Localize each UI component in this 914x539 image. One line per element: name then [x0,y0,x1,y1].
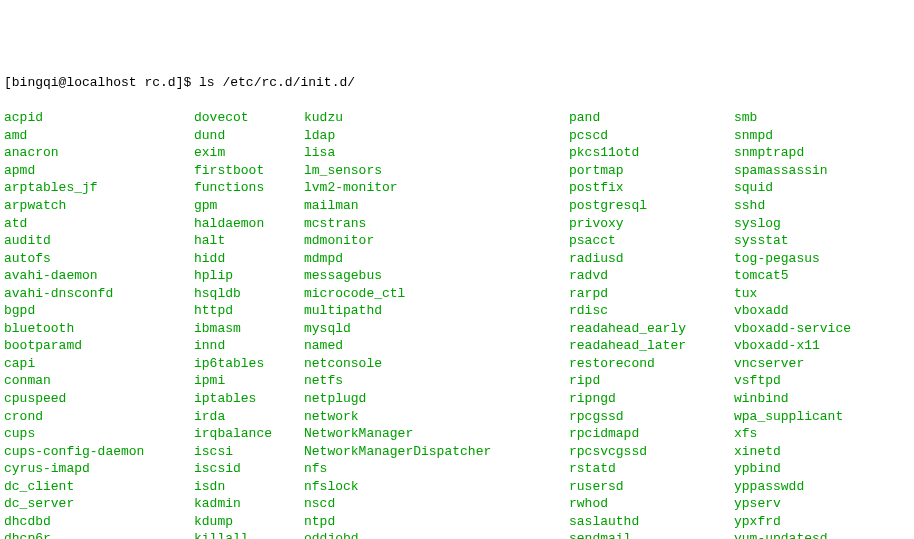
file-entry: haldaemon [194,215,304,233]
file-entry: restorecond [569,355,734,373]
ls-row: capiip6tablesnetconsolerestorecondvncser… [4,355,910,373]
ls-row: acpiddovecotkudzupandsmb [4,109,910,127]
file-entry: pkcs11otd [569,144,734,162]
file-entry: hidd [194,250,304,268]
file-entry: iptables [194,390,304,408]
file-entry: hsqldb [194,285,304,303]
file-entry: kadmin [194,495,304,513]
file-entry: ntpd [304,513,569,531]
file-entry: NetworkManagerDispatcher [304,443,569,461]
file-entry: network [304,408,569,426]
ls-row: arpwatchgpmmailmanpostgresqlsshd [4,197,910,215]
file-entry: rpcidmapd [569,425,734,443]
file-entry: readahead_later [569,337,734,355]
file-entry: sysstat [734,232,789,250]
file-entry: sshd [734,197,765,215]
file-entry: syslog [734,215,781,233]
ls-row: conmanipminetfsripdvsftpd [4,372,910,390]
shell-command: ls /etc/rc.d/init.d/ [199,75,355,90]
file-entry: bgpd [4,302,194,320]
file-entry: rarpd [569,285,734,303]
file-entry: named [304,337,569,355]
file-entry: vboxadd-x11 [734,337,820,355]
file-entry: ripngd [569,390,734,408]
file-entry: avahi-dnsconfd [4,285,194,303]
file-entry: bootparamd [4,337,194,355]
file-entry: vboxadd-service [734,320,851,338]
file-entry: anacron [4,144,194,162]
ls-row: avahi-daemonhplipmessagebusradvdtomcat5 [4,267,910,285]
file-entry: rpcgssd [569,408,734,426]
file-entry: arptables_jf [4,179,194,197]
ls-row: bgpdhttpdmultipathdrdiscvboxadd [4,302,910,320]
ls-row: cyrus-imapdiscsidnfsrstatdypbind [4,460,910,478]
ls-row: avahi-dnsconfdhsqldbmicrocode_ctlrarpdtu… [4,285,910,303]
file-entry: rdisc [569,302,734,320]
file-entry: dund [194,127,304,145]
file-entry: crond [4,408,194,426]
file-entry: conman [4,372,194,390]
file-entry: lisa [304,144,569,162]
file-entry: autofs [4,250,194,268]
ls-row: dhcdbdkdumpntpdsaslauthdypxfrd [4,513,910,531]
ls-row: dc_clientisdnnfslockrusersdyppasswdd [4,478,910,496]
file-entry: atd [4,215,194,233]
file-entry: capi [4,355,194,373]
file-entry: bluetooth [4,320,194,338]
file-entry: lvm2-monitor [304,179,569,197]
file-entry: netplugd [304,390,569,408]
file-entry: psacct [569,232,734,250]
shell-prompt: [bingqi@localhost rc.d]$ [4,75,199,90]
ls-row: anacroneximlisapkcs11otdsnmptrapd [4,144,910,162]
file-entry: dovecot [194,109,304,127]
file-entry: portmap [569,162,734,180]
ls-row: cpuspeediptablesnetplugdripngdwinbind [4,390,910,408]
file-entry: rwhod [569,495,734,513]
ls-row: arptables_jffunctionslvm2-monitorpostfix… [4,179,910,197]
ls-row: apmdfirstbootlm_sensorsportmapspamassass… [4,162,910,180]
file-entry: tux [734,285,757,303]
file-entry: netfs [304,372,569,390]
file-entry: ripd [569,372,734,390]
file-entry: vboxadd [734,302,789,320]
file-entry: exim [194,144,304,162]
file-entry: yppasswdd [734,478,804,496]
file-entry: multipathd [304,302,569,320]
file-entry: halt [194,232,304,250]
file-entry: pand [569,109,734,127]
file-entry: firstboot [194,162,304,180]
file-entry: cups [4,425,194,443]
ls-row: cups-config-daemoniscsiNetworkManagerDis… [4,443,910,461]
file-entry: pcscd [569,127,734,145]
file-entry: hplip [194,267,304,285]
ls-row: cupsirqbalanceNetworkManagerrpcidmapdxfs [4,425,910,443]
file-entry: privoxy [569,215,734,233]
prompt-line: [bingqi@localhost rc.d]$ ls /etc/rc.d/in… [4,74,910,92]
file-entry: vncserver [734,355,804,373]
file-entry: xinetd [734,443,781,461]
file-entry: nscd [304,495,569,513]
file-entry: postfix [569,179,734,197]
ls-row: autofshiddmdmpdradiusdtog-pegasus [4,250,910,268]
file-entry: ypbind [734,460,781,478]
file-entry: netconsole [304,355,569,373]
file-entry: gpm [194,197,304,215]
ls-output: acpiddovecotkudzupandsmbamddundldappcscd… [4,109,910,539]
ls-row: auditdhaltmdmonitorpsacctsysstat [4,232,910,250]
file-entry: httpd [194,302,304,320]
ls-row: bootparamdinndnamedreadahead_latervboxad… [4,337,910,355]
file-entry: avahi-daemon [4,267,194,285]
file-entry: dc_server [4,495,194,513]
file-entry: iscsi [194,443,304,461]
file-entry: messagebus [304,267,569,285]
file-entry: spamassassin [734,162,828,180]
file-entry: saslauthd [569,513,734,531]
file-entry: dhcp6r [4,530,194,539]
file-entry: kudzu [304,109,569,127]
file-entry: ipmi [194,372,304,390]
file-entry: radvd [569,267,734,285]
file-entry: postgresql [569,197,734,215]
file-entry: ypxfrd [734,513,781,531]
file-entry: nfs [304,460,569,478]
file-entry: radiusd [569,250,734,268]
